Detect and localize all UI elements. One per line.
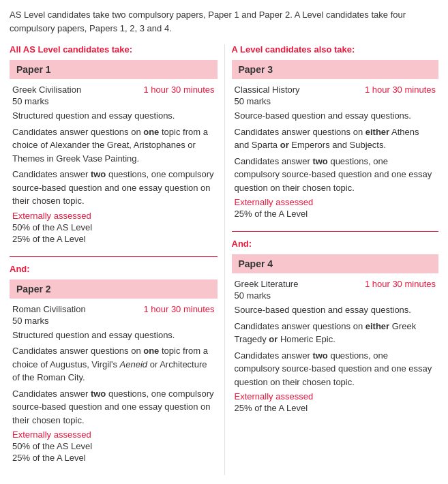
paper4-content: Greek Literature 1 hour 30 minutes 50 ma… xyxy=(232,279,439,413)
paper1-assessed: Externally assessed xyxy=(12,211,215,221)
paper4-marks: 50 marks xyxy=(235,290,436,301)
right-and-label: And: xyxy=(232,239,439,249)
main-grid: All AS Level candidates take: Paper 1 Gr… xyxy=(10,44,438,475)
paper2-header: Paper 2 xyxy=(10,279,218,299)
paper2-assessed: Externally assessed xyxy=(12,429,215,440)
paper2-desc3: Candidates answer two questions, one com… xyxy=(12,387,215,427)
intro-text: AS Level candidates take two compulsory … xyxy=(10,8,438,35)
paper4-assessed: Externally assessed xyxy=(235,391,436,402)
paper4-desc3: Candidates answer two questions, one com… xyxy=(235,349,436,389)
paper4-time: 1 hour 30 minutes xyxy=(365,279,436,289)
left-divider xyxy=(10,256,218,257)
paper2-marks: 50 marks xyxy=(12,316,215,326)
paper1-subject-row: Greek Civilisation 1 hour 30 minutes xyxy=(12,85,215,95)
paper3-marks: 50 marks xyxy=(235,96,436,106)
paper4-header: Paper 4 xyxy=(232,254,439,273)
paper1-desc1: Structured question and essay questions. xyxy=(12,109,215,123)
paper1-desc2: Candidates answer questions on one topic… xyxy=(12,125,215,166)
paper2-desc1: Structured question and essay questions. xyxy=(12,329,215,342)
right-column: A Level candidates also take: Paper 3 Cl… xyxy=(224,44,439,475)
paper1-percent1: 50% of the AS Level xyxy=(12,222,215,232)
paper3-desc2: Candidates answer questions on either At… xyxy=(235,125,436,152)
paper3-block: Paper 3 Classical History 1 hour 30 minu… xyxy=(232,60,439,219)
left-column: All AS Level candidates take: Paper 1 Gr… xyxy=(10,44,224,475)
paper1-block: Paper 1 Greek Civilisation 1 hour 30 min… xyxy=(10,60,218,244)
paper3-subject: Classical History xyxy=(235,85,300,95)
paper3-desc1: Source-based question and essay question… xyxy=(235,109,436,123)
paper1-marks: 50 marks xyxy=(12,96,215,106)
paper3-assessed: Externally assessed xyxy=(235,197,436,207)
paper3-desc3: Candidates answer two questions, one com… xyxy=(235,155,436,195)
paper2-content: Roman Civilisation 1 hour 30 minutes 50 … xyxy=(10,304,218,464)
paper2-desc2: Candidates answer questions on one topic… xyxy=(12,344,215,384)
paper2-block: Paper 2 Roman Civilisation 1 hour 30 min… xyxy=(10,279,218,464)
paper2-time: 1 hour 30 minutes xyxy=(143,304,214,314)
paper2-subject-row: Roman Civilisation 1 hour 30 minutes xyxy=(12,304,215,314)
right-divider xyxy=(232,231,439,232)
paper1-content: Greek Civilisation 1 hour 30 minutes 50 … xyxy=(10,85,218,244)
paper1-desc3: Candidates answer two questions, one com… xyxy=(12,168,215,208)
paper3-content: Classical History 1 hour 30 minutes 50 m… xyxy=(232,85,439,219)
paper1-subject: Greek Civilisation xyxy=(12,85,81,95)
paper3-percent: 25% of the A Level xyxy=(235,209,436,219)
paper2-percent2: 25% of the A Level xyxy=(12,453,215,463)
paper4-desc1: Source-based question and essay question… xyxy=(235,303,436,317)
paper4-desc2: Candidates answer questions on either Gr… xyxy=(235,320,436,346)
paper1-header: Paper 1 xyxy=(10,60,218,79)
paper1-time: 1 hour 30 minutes xyxy=(143,85,214,95)
paper2-subject: Roman Civilisation xyxy=(12,304,86,314)
paper3-time: 1 hour 30 minutes xyxy=(365,85,436,95)
paper3-subject-row: Classical History 1 hour 30 minutes xyxy=(235,85,436,95)
left-section-label: All AS Level candidates take: xyxy=(10,44,218,55)
paper2-percent1: 50% of the AS Level xyxy=(12,441,215,451)
paper4-percent: 25% of the A Level xyxy=(235,403,436,413)
paper4-subject: Greek Literature xyxy=(235,279,299,289)
left-and-label: And: xyxy=(10,264,218,274)
paper3-header: Paper 3 xyxy=(232,60,439,79)
paper1-percent2: 25% of the A Level xyxy=(12,234,215,244)
paper4-block: Paper 4 Greek Literature 1 hour 30 minut… xyxy=(232,254,439,413)
paper4-subject-row: Greek Literature 1 hour 30 minutes xyxy=(235,279,436,289)
right-section-label: A Level candidates also take: xyxy=(232,44,439,55)
